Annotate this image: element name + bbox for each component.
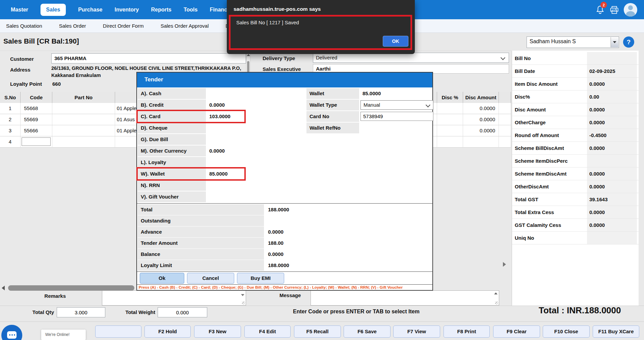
tender-mode-credit-value[interactable]: 0.0000 [209,100,225,110]
cell-code: 55668 [21,103,52,114]
fkey-hold-button[interactable]: F2 Hold [144,325,191,338]
remarks-textarea[interactable] [102,290,246,306]
other-discamt-value: 0.0000 [587,180,637,193]
user-select-value: Sadham Hussain S [527,37,619,46]
col-header-code: Code [21,92,52,103]
tender-mode-giftvoucher-label[interactable]: V). Gift Voucher [138,191,206,202]
subnav-direct-order-form[interactable]: Direct Order Form [103,23,144,29]
cell-sno: 2 [0,114,21,125]
scheme-itemdiscamt-value: 0.0000 [587,167,637,180]
browser-alert-message: Sales Bill No [ 1217 ] Saved [236,20,299,25]
subnav-sales-order[interactable]: Sales Order [59,23,86,29]
fkey-clear-button[interactable]: F9 Clear [493,325,540,338]
nav-reports[interactable]: Reports [151,7,171,13]
table-scroll-right-icon[interactable] [503,262,506,267]
fkey-blank-button[interactable] [95,325,141,338]
tender-total-value: 188.0000 [268,204,289,215]
bill-row: Scheme ItemDiscPerc [512,155,639,167]
tender-mode-cash-label[interactable]: A). Cash [138,88,206,99]
message-label: Message [279,292,301,298]
resize-handle[interactable] [242,302,245,305]
subnav-sales-order-approval[interactable]: Sales Order Approval [161,23,209,29]
fkey-buy-xcare-button[interactable]: F11 Buy XCare [593,325,639,338]
tender-mode-rrn-label[interactable]: N). RRN [138,180,206,191]
user-avatar[interactable] [624,3,637,17]
tender-mode-cheque-label[interactable]: D). Cheque [138,123,206,133]
bill-row: Disc Amount0.0000 [512,103,639,116]
uniq-no-value [587,232,637,244]
cell-code: 55666 [21,125,52,136]
tender-mode-othercurrency-value[interactable]: 0.0000 [209,146,225,156]
wallet-value: 85.0000 [363,88,381,99]
user-select-dropdown-button[interactable] [611,37,618,47]
bill-row: Total Extra Cess0.0000 [512,206,639,219]
scroll-up-ic[interactable] [494,292,498,294]
tender-cancel-button[interactable]: Cancel [187,273,234,284]
cell-disc-amount: 0.0000 [463,114,499,125]
fkey-close-button[interactable]: F10 Close [543,325,590,338]
tender-amount-label: Tender Amount [138,238,264,249]
user-select[interactable]: Sadham Hussain S [527,36,619,48]
loyalty-point-label: Loyalty Point [10,81,42,87]
fkey-save-button[interactable]: F6 Save [344,325,391,338]
notification-badge: 2 [600,2,607,8]
remarks-label: Remarks [32,293,66,299]
scheme-billdisc-value: 0.0000 [587,142,637,154]
chat-widget-button[interactable] [1,325,22,340]
customer-field[interactable]: 365 PHARMA [51,53,246,63]
tender-outstanding-label: Outstanding [138,215,264,226]
tender-ok-button[interactable]: Ok [140,273,184,284]
tender-mode-duebill-label[interactable]: G). Due Bill [138,134,206,145]
help-button[interactable]: ? [623,36,634,48]
delivery-type-label: Delivery Type [263,55,295,61]
tender-mode-credit-label[interactable]: B). Credit [138,100,206,110]
round-off-value: -0.4500 [587,129,637,141]
tender-dialog-header[interactable]: Tender [137,73,432,87]
disc-amount-value: 0.0000 [587,103,637,116]
cell-disc-amount: 0.0000 [463,103,499,114]
new-item-code-input[interactable] [22,137,51,146]
tender-mode-loyalty-label[interactable]: L). Loyalty [138,157,206,168]
tender-dialog: Tender A). Cash B). Credit 0.0000 C). Ca… [136,72,433,291]
bill-row: Uniq No [512,232,639,244]
horizontal-scrollbar-thumb[interactable] [8,285,134,291]
total-weight-input[interactable] [158,307,207,317]
tender-total-label: Total [138,204,264,215]
resize-handle[interactable] [495,302,498,305]
col-header-partno: Part No [52,92,115,103]
message-textarea[interactable] [311,290,499,306]
grand-total: Total : INR.188.0000 [539,305,621,316]
alert-ok-button[interactable]: OK [383,36,408,47]
total-extra-cess-value: 0.0000 [587,206,637,218]
tender-advance-label: Advance [138,227,264,237]
tender-amount-value: 188.00 [268,238,284,249]
nav-inventory[interactable]: Inventory [114,7,139,13]
bill-summary-panel: Bill No Bill Date02-09-2025 Item Disc Am… [512,51,639,306]
tender-advance-value: 0.0000 [268,227,284,237]
printer-icon[interactable] [610,6,619,16]
subnav-sales-quotation[interactable]: Sales Quotation [6,23,42,29]
nav-tools[interactable]: Tools [184,7,197,13]
scroll-up-icon[interactable] [247,54,250,56]
gst-calamity-cess-value: 0.0000 [587,219,637,231]
fkey-view-button[interactable]: F7 View [393,325,440,338]
scroll-down-ic[interactable] [241,294,244,296]
nav-master[interactable]: Master [11,7,28,13]
chat-icon [7,331,17,339]
delivery-type-select[interactable]: Delivered [313,53,509,63]
tender-buy-emi-button[interactable]: Buy EMI [237,273,284,284]
wallet-type-select[interactable]: Manual [360,100,433,110]
card-no-input[interactable] [360,112,433,121]
col-header-disc-amount: Disc Amount [463,92,499,103]
fkey-print-button[interactable]: F8 Print [444,325,490,338]
tender-mode-othercurrency-label[interactable]: M). Other Currency [138,146,206,156]
cell-disc-pct [437,136,463,147]
total-qty-input[interactable] [57,307,105,317]
fkey-recall-button[interactable]: F5 Recall [294,325,341,338]
nav-sales[interactable]: Sales [41,4,66,16]
nav-purchase[interactable]: Purchase [78,7,102,13]
fkey-new-button[interactable]: F3 New [194,325,241,338]
scroll-left-icon[interactable] [2,286,5,290]
tender-balance-value: 0.0000 [268,249,284,260]
fkey-edit-button[interactable]: F4 Edit [244,325,291,338]
